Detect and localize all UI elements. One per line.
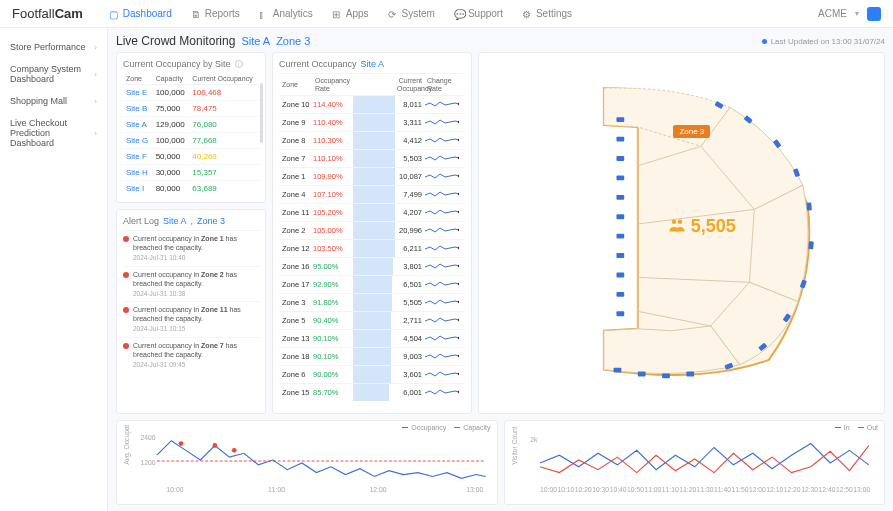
- visitor-chart[interactable]: Visitor Count 2k 10:0010:1010:2010:3010:…: [511, 425, 879, 497]
- svg-text:Visitor Count: Visitor Count: [511, 426, 518, 465]
- card-title: Current Occupancy by Site: [123, 59, 231, 69]
- zone-row[interactable]: Zone 12103.50%6,211: [279, 239, 465, 257]
- svg-point-7: [458, 228, 459, 230]
- svg-point-54: [212, 443, 217, 448]
- zone-row[interactable]: Zone 1109.90%10,087: [279, 167, 465, 185]
- nav-apps[interactable]: ⊞Apps: [324, 4, 377, 23]
- svg-text:13:00: 13:00: [853, 486, 870, 493]
- zone-row[interactable]: Zone 590.40%2,711: [279, 311, 465, 329]
- nav-analytics[interactable]: ⫿Analytics: [251, 4, 321, 23]
- sidebar-item[interactable]: Store Performance›: [0, 36, 107, 58]
- sparkline: [425, 279, 459, 289]
- svg-rect-46: [686, 372, 694, 377]
- dashboard-icon: ▢: [109, 9, 119, 19]
- sparkline: [425, 261, 459, 271]
- svg-point-9: [458, 264, 459, 266]
- user-name[interactable]: ACME: [818, 8, 847, 19]
- sparkline: [425, 189, 459, 199]
- sparkline: [425, 297, 459, 307]
- scrollbar[interactable]: [260, 83, 263, 143]
- zone-row[interactable]: Zone 1585.70%6,001: [279, 383, 465, 401]
- info-icon[interactable]: i: [235, 60, 243, 68]
- svg-rect-25: [616, 175, 624, 180]
- table-row[interactable]: Site E100,000106,468: [123, 85, 259, 101]
- svg-rect-37: [806, 202, 812, 210]
- zone-table[interactable]: Zone Occupancy Rate Current Occupancy Ch…: [279, 73, 465, 403]
- system-icon: ⟳: [388, 9, 398, 19]
- card-title: Current Occupancy: [279, 59, 357, 69]
- zone-row[interactable]: Zone 690.00%3,601: [279, 365, 465, 383]
- sidebar-item[interactable]: Company System Dashboard›: [0, 58, 107, 90]
- svg-point-55: [232, 448, 237, 453]
- alert-dot-icon: [123, 343, 129, 349]
- chart-legend: In Out: [835, 424, 878, 431]
- svg-text:12:20: 12:20: [783, 486, 800, 493]
- zone-row[interactable]: Zone 4107.10%7,499: [279, 185, 465, 203]
- alert-item[interactable]: Current occupancy in Zone 11 has breache…: [123, 301, 259, 337]
- svg-rect-44: [638, 372, 646, 377]
- zone-row[interactable]: Zone 11105.20%4,207: [279, 203, 465, 221]
- nav-settings[interactable]: ⚙Settings: [514, 4, 580, 23]
- chart-legend: Occupancy Capacity: [402, 424, 490, 431]
- svg-point-47: [671, 220, 676, 225]
- site-table: ZoneCapacityCurrent Occupancy Site E100,…: [123, 73, 259, 196]
- alert-item[interactable]: Current occupancy in Zone 1 has breached…: [123, 230, 259, 266]
- zone-row[interactable]: Zone 8110.30%4,412: [279, 131, 465, 149]
- visitor-count-chart-card: In Out Visitor Count 2k 10:0010:1010:201…: [504, 420, 886, 505]
- alert-site-link[interactable]: Site A: [163, 216, 187, 226]
- alert-dot-icon: [123, 272, 129, 278]
- table-row[interactable]: Site F50,00040,268: [123, 149, 259, 165]
- svg-text:12:10: 12:10: [766, 486, 783, 493]
- nav-reports[interactable]: 🗎Reports: [183, 4, 248, 23]
- chevron-down-icon: ▾: [855, 9, 859, 18]
- svg-text:10:50: 10:50: [627, 486, 644, 493]
- alert-item[interactable]: Current occupancy in Zone 2 has breached…: [123, 266, 259, 302]
- svg-text:10:30: 10:30: [592, 486, 609, 493]
- alert-item[interactable]: Current occupancy in Zone 7 has breached…: [123, 337, 259, 373]
- sidebar-item[interactable]: Live Checkout Prediction Dashboard›: [0, 112, 107, 154]
- chevron-right-icon: ›: [94, 97, 97, 106]
- svg-text:12:50: 12:50: [835, 486, 852, 493]
- zone-row[interactable]: Zone 1695.00%3,801: [279, 257, 465, 275]
- svg-point-14: [458, 354, 459, 356]
- svg-text:1200: 1200: [140, 459, 155, 466]
- svg-text:12:00: 12:00: [370, 486, 387, 493]
- svg-text:11:00: 11:00: [644, 486, 661, 493]
- notification-icon[interactable]: [867, 7, 881, 21]
- zone-row[interactable]: Zone 1390.10%4,504: [279, 329, 465, 347]
- svg-text:10:40: 10:40: [609, 486, 626, 493]
- table-row[interactable]: Site A129,00076,080: [123, 117, 259, 133]
- zone-row[interactable]: Zone 2105.00%20,996: [279, 221, 465, 239]
- nav-dashboard[interactable]: ▢Dashboard: [101, 4, 180, 23]
- sidebar-item[interactable]: Shopping Mall›: [0, 90, 107, 112]
- table-row[interactable]: Site B75,00078,475: [123, 101, 259, 117]
- zone-row[interactable]: Zone 7110.10%5,503: [279, 149, 465, 167]
- sparkline: [425, 387, 459, 397]
- svg-point-2: [458, 138, 459, 140]
- table-row[interactable]: Site H30,00015,357: [123, 165, 259, 181]
- svg-point-1: [458, 120, 459, 122]
- zone-site-link[interactable]: Site A: [361, 59, 385, 69]
- svg-text:2400: 2400: [140, 434, 155, 441]
- zone-row[interactable]: Zone 10114.40%8,011: [279, 95, 465, 113]
- svg-point-4: [458, 174, 459, 176]
- occupancy-chart[interactable]: Avg. Occupancy 2400 1200 10:00 11:00 12:…: [123, 425, 491, 497]
- nav-system[interactable]: ⟳System: [380, 4, 443, 23]
- zone-row[interactable]: Zone 1890.10%9,003: [279, 347, 465, 365]
- table-row[interactable]: Site G100,00077,668: [123, 133, 259, 149]
- svg-text:12:30: 12:30: [801, 486, 818, 493]
- svg-text:11:40: 11:40: [714, 486, 731, 493]
- nav-support[interactable]: 💬Support: [446, 4, 511, 23]
- analytics-icon: ⫿: [259, 9, 269, 19]
- crumb-zone[interactable]: Zone 3: [276, 35, 310, 47]
- svg-point-11: [458, 300, 459, 302]
- table-row[interactable]: Site I80,00063,689: [123, 181, 259, 197]
- crumb-site[interactable]: Site A: [241, 35, 270, 47]
- alert-zone-link[interactable]: Zone 3: [197, 216, 225, 226]
- svg-point-16: [458, 390, 459, 392]
- zone-row[interactable]: Zone 1792.90%6,501: [279, 275, 465, 293]
- zone-row[interactable]: Zone 9110.40%3,311: [279, 113, 465, 131]
- zone-row[interactable]: Zone 391.80%5,505: [279, 293, 465, 311]
- alert-dot-icon: [123, 307, 129, 313]
- svg-point-13: [458, 336, 459, 338]
